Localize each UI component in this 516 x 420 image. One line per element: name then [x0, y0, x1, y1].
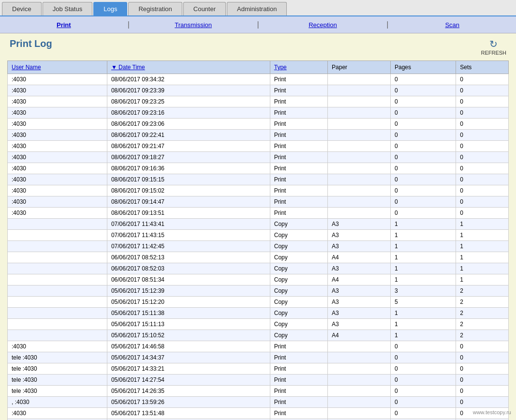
- log-table: User Name ▼ Date Time Type Paper Pages S…: [7, 60, 509, 420]
- cell-user: :4030: [8, 185, 107, 196]
- cell-type: Print: [270, 74, 327, 85]
- cell-type: Print: [270, 174, 327, 185]
- type-sort-link[interactable]: Type: [274, 64, 287, 71]
- table-row: tele :403005/06/2017 14:33:21Print00: [8, 363, 509, 375]
- cell-type: Print: [270, 352, 327, 363]
- cell-user: :4030: [8, 196, 107, 208]
- cell-type: Print: [270, 208, 327, 219]
- cell-paper: [328, 174, 391, 185]
- cell-type: Copy: [270, 308, 327, 319]
- cell-user: [8, 285, 107, 297]
- cell-user: :4030: [8, 163, 107, 174]
- subnav-reception-link[interactable]: Reception: [309, 21, 337, 29]
- cell-dateTime: 06/06/2017 08:51:34: [107, 274, 270, 285]
- cell-sets: 1: [456, 263, 509, 274]
- cell-pages: 1: [391, 330, 456, 341]
- cell-user: tele :4030: [8, 386, 107, 397]
- tab-counter[interactable]: Counter: [183, 2, 226, 15]
- cell-pages: 0: [391, 152, 456, 163]
- cell-paper: A3: [328, 285, 391, 297]
- cell-user: [8, 219, 107, 230]
- subnav-print[interactable]: Print: [0, 21, 128, 29]
- refresh-button[interactable]: ↻ REFRESH: [481, 38, 506, 56]
- cell-user: tele :4030: [8, 352, 107, 363]
- table-row: :403008/06/2017 09:23:06Print00: [8, 119, 509, 130]
- cell-user: [8, 252, 107, 263]
- table-row: 05/06/2017 15:11:13CopyA312: [8, 319, 509, 330]
- cell-user: :4030: [8, 119, 107, 130]
- table-row: 05/06/2017 15:10:52CopyA412: [8, 330, 509, 341]
- cell-type: Print: [270, 341, 327, 352]
- cell-user: :4030: [8, 408, 107, 419]
- cell-sets: 0: [456, 119, 509, 130]
- tab-registration[interactable]: Registration: [128, 2, 182, 15]
- cell-paper: A3: [328, 319, 391, 330]
- subnav-scan-link[interactable]: Scan: [445, 21, 459, 29]
- cell-dateTime: 08/06/2017 09:13:51: [107, 208, 270, 219]
- tab-logs[interactable]: Logs: [93, 2, 127, 15]
- cell-type: Print: [270, 96, 327, 107]
- cell-dateTime: 08/06/2017 09:15:15: [107, 174, 270, 185]
- cell-paper: A4: [328, 274, 391, 285]
- cell-paper: A4: [328, 252, 391, 263]
- cell-pages: 0: [391, 107, 456, 119]
- cell-pages: 1: [391, 308, 456, 319]
- table-row: :403008/06/2017 09:22:41Print00: [8, 130, 509, 141]
- cell-dateTime: 08/06/2017 09:21:47: [107, 141, 270, 152]
- cell-type: Print: [270, 196, 327, 208]
- cell-user: [8, 297, 107, 308]
- subnav-transmission-link[interactable]: Transmission: [175, 21, 212, 29]
- refresh-icon: ↻: [489, 38, 498, 50]
- subnav-transmission[interactable]: Transmission: [130, 21, 257, 29]
- cell-dateTime: 08/06/2017 09:23:16: [107, 107, 270, 119]
- cell-type: Copy: [270, 330, 327, 341]
- subnav-reception[interactable]: Reception: [259, 21, 387, 29]
- cell-pages: 0: [391, 363, 456, 375]
- username-sort-link[interactable]: User Name: [12, 64, 41, 71]
- cell-user: :4030: [8, 152, 107, 163]
- cell-type: Copy: [270, 297, 327, 308]
- tab-administration[interactable]: Administration: [227, 2, 287, 15]
- cell-dateTime: 05/06/2017 13:51:48: [107, 408, 270, 419]
- datetime-sort-link[interactable]: ▼ Date Time: [111, 64, 145, 71]
- cell-paper: A3: [328, 308, 391, 319]
- cell-sets: 1: [456, 219, 509, 230]
- subnav-print-link[interactable]: Print: [57, 21, 71, 29]
- cell-dateTime: 08/06/2017 09:22:41: [107, 130, 270, 141]
- table-row: 07/06/2017 11:43:41CopyA311: [8, 219, 509, 230]
- cell-paper: [328, 375, 391, 386]
- cell-dateTime: 08/06/2017 09:16:36: [107, 163, 270, 174]
- cell-type: Copy: [270, 252, 327, 263]
- col-header-datetime[interactable]: ▼ Date Time: [107, 61, 270, 74]
- table-row: tele :403005/06/2017 14:34:37Print00: [8, 352, 509, 363]
- cell-dateTime: 08/06/2017 09:23:25: [107, 96, 270, 107]
- cell-pages: 0: [391, 352, 456, 363]
- cell-paper: A3: [328, 219, 391, 230]
- cell-sets: 1: [456, 230, 509, 241]
- cell-sets: 2: [456, 285, 509, 297]
- cell-user: [8, 274, 107, 285]
- cell-user: tele :4030: [8, 375, 107, 386]
- col-header-username[interactable]: User Name: [8, 61, 107, 74]
- cell-paper: A3: [328, 297, 391, 308]
- subnav-scan[interactable]: Scan: [388, 21, 516, 29]
- tab-device[interactable]: Device: [2, 2, 42, 15]
- cell-paper: [328, 152, 391, 163]
- cell-pages: 0: [391, 74, 456, 85]
- table-row: :403008/06/2017 09:18:27Print00: [8, 152, 509, 163]
- cell-sets: 0: [456, 96, 509, 107]
- table-row: 06/06/2017 08:52:03CopyA311: [8, 263, 509, 274]
- tab-job-status[interactable]: Job Status: [43, 2, 92, 15]
- cell-dateTime: 05/06/2017 14:46:58: [107, 341, 270, 352]
- cell-type: Print: [270, 386, 327, 397]
- cell-user: tele :4030: [8, 363, 107, 375]
- cell-user: [8, 330, 107, 341]
- cell-user: :4030: [8, 107, 107, 119]
- cell-pages: 1: [391, 252, 456, 263]
- cell-pages: 5: [391, 297, 456, 308]
- cell-type: Print: [270, 363, 327, 375]
- col-header-type[interactable]: Type: [270, 61, 327, 74]
- page-title: Print Log: [10, 38, 52, 49]
- cell-sets: 0: [456, 397, 509, 408]
- cell-pages: 1: [391, 274, 456, 285]
